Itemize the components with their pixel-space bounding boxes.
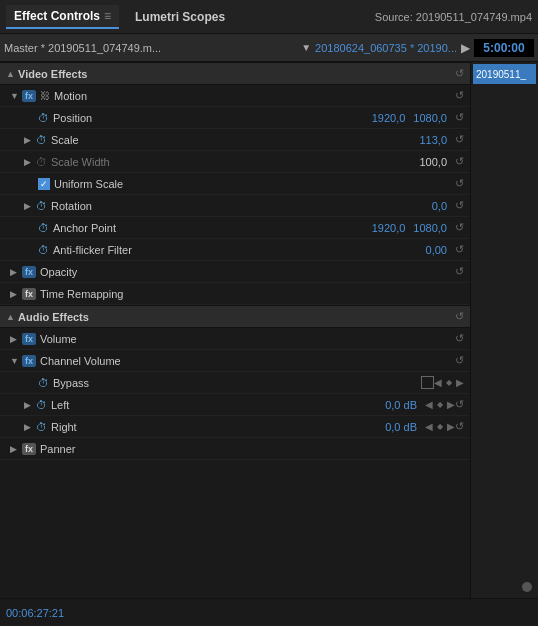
scale-stopwatch[interactable]: ⏱ — [36, 134, 47, 146]
scale-reset[interactable]: ↺ — [455, 133, 464, 146]
bypass-checkbox[interactable] — [421, 376, 434, 389]
rotation-expand[interactable]: ▶ — [24, 201, 32, 211]
scale-expand-arrow[interactable]: ▶ — [24, 135, 32, 145]
left-label: Left — [51, 399, 385, 411]
uniform-scale-checkbox-area: ✓ Uniform Scale — [38, 178, 455, 190]
motion-label: Motion — [54, 90, 455, 102]
left-diamond[interactable]: ◆ — [437, 400, 443, 409]
channel-volume-label: Channel Volume — [40, 355, 455, 367]
anti-flicker-value[interactable]: 0,00 — [426, 244, 447, 256]
main-effects-panel: ▲ Video Effects ↺ ▼ fx ⛓ Motion ↺ ⏱ Posi… — [0, 62, 470, 598]
position-stopwatch[interactable]: ⏱ — [38, 112, 49, 124]
lumetri-label: Lumetri Scopes — [135, 10, 225, 24]
scale-width-reset[interactable]: ↺ — [455, 155, 464, 168]
scale-width-value[interactable]: 100,0 — [419, 156, 447, 168]
channel-volume-fx-badge: fx — [22, 355, 36, 367]
volume-reset[interactable]: ↺ — [455, 332, 464, 345]
anti-flicker-reset[interactable]: ↺ — [455, 243, 464, 256]
position-value1[interactable]: 1920,0 — [372, 112, 406, 124]
anti-flicker-label: Anti-flicker Filter — [53, 244, 426, 256]
left-right-arrow[interactable]: ▶ — [447, 399, 455, 410]
bypass-diamond[interactable]: ◆ — [446, 378, 452, 387]
video-effects-reset[interactable]: ↺ — [455, 67, 464, 80]
right-left-arrow[interactable]: ◀ — [425, 421, 433, 432]
right-expand[interactable]: ▶ — [24, 422, 32, 432]
master-clip-text: Master * 20190511_074749.m... — [4, 42, 297, 54]
timeline-scroll-indicator[interactable] — [522, 582, 532, 592]
rotation-stopwatch[interactable]: ⏱ — [36, 200, 47, 212]
anchor-reset[interactable]: ↺ — [455, 221, 464, 234]
left-stopwatch[interactable]: ⏱ — [36, 399, 47, 411]
anchor-stopwatch[interactable]: ⏱ — [38, 222, 49, 234]
left-left-arrow[interactable]: ◀ — [425, 399, 433, 410]
right-diamond[interactable]: ◆ — [437, 422, 443, 431]
bypass-stopwatch[interactable]: ⏱ — [38, 377, 49, 389]
right-row: ▶ ⏱ Right 0,0 dB ◀ ◆ ▶ ↺ — [0, 416, 470, 438]
scale-width-label: Scale Width — [51, 156, 419, 168]
position-label: Position — [53, 112, 372, 124]
uniform-scale-checkbox[interactable]: ✓ — [38, 178, 50, 190]
bypass-right-arrow[interactable]: ▶ — [456, 377, 464, 388]
rotation-value[interactable]: 0,0 — [432, 200, 447, 212]
left-value[interactable]: 0,0 dB — [385, 399, 417, 411]
content-area: ▲ Video Effects ↺ ▼ fx ⛓ Motion ↺ ⏱ Posi… — [0, 62, 538, 598]
sequence-clip-text[interactable]: 20180624_060735 * 20190... — [315, 42, 457, 54]
motion-fx-badge: fx — [22, 90, 36, 102]
panner-row: ▶ fx Panner — [0, 438, 470, 460]
right-reset[interactable]: ↺ — [455, 420, 464, 433]
time-remap-fx-badge: fx — [22, 288, 36, 300]
scale-width-expand[interactable]: ▶ — [24, 157, 32, 167]
tab-effect-controls[interactable]: Effect Controls ≡ — [6, 5, 119, 29]
rotation-label: Rotation — [51, 200, 432, 212]
panner-expand[interactable]: ▶ — [10, 444, 18, 454]
left-reset[interactable]: ↺ — [455, 398, 464, 411]
tab-lumetri-scopes[interactable]: Lumetri Scopes — [127, 6, 233, 28]
play-arrow[interactable]: ▶ — [461, 41, 470, 55]
right-value[interactable]: 0,0 dB — [385, 421, 417, 433]
panner-fx-badge: fx — [22, 443, 36, 455]
motion-collapse-arrow[interactable]: ▼ — [10, 91, 18, 101]
opacity-reset[interactable]: ↺ — [455, 265, 464, 278]
anti-flicker-stopwatch[interactable]: ⏱ — [38, 244, 49, 256]
audio-effects-reset[interactable]: ↺ — [455, 310, 464, 323]
video-effects-label: Video Effects — [18, 68, 455, 80]
channel-volume-collapse[interactable]: ▼ — [10, 356, 18, 366]
anchor-label: Anchor Point — [53, 222, 372, 234]
right-right-arrow[interactable]: ▶ — [447, 421, 455, 432]
left-channel-controls: ◀ ◆ ▶ — [425, 399, 455, 410]
bypass-left-arrow[interactable]: ◀ — [434, 377, 442, 388]
empty-space — [0, 460, 470, 520]
right-channel-controls: ◀ ◆ ▶ — [425, 421, 455, 432]
anchor-value2[interactable]: 1080,0 — [413, 222, 447, 234]
volume-fx-badge: fx — [22, 333, 36, 345]
motion-reset[interactable]: ↺ — [455, 89, 464, 102]
scale-width-stopwatch: ⏱ — [36, 156, 47, 168]
position-value2[interactable]: 1080,0 — [413, 112, 447, 124]
volume-expand[interactable]: ▶ — [10, 334, 18, 344]
scale-value[interactable]: 113,0 — [419, 134, 447, 146]
channel-volume-row: ▼ fx Channel Volume ↺ — [0, 350, 470, 372]
timecode-display: 5:00:00 — [474, 39, 534, 57]
opacity-expand[interactable]: ▶ — [10, 267, 18, 277]
uniform-scale-reset[interactable]: ↺ — [455, 177, 464, 190]
left-row: ▶ ⏱ Left 0,0 dB ◀ ◆ ▶ ↺ — [0, 394, 470, 416]
scale-label: Scale — [51, 134, 419, 146]
position-row: ⏱ Position 1920,0 1080,0 ↺ — [0, 107, 470, 129]
video-effects-collapse-arrow[interactable]: ▲ — [6, 69, 14, 79]
bypass-channel-controls: ◀ ◆ ▶ — [434, 377, 464, 388]
audio-effects-collapse-arrow[interactable]: ▲ — [6, 312, 14, 322]
subheader-arrow: ▼ — [301, 42, 311, 53]
position-reset[interactable]: ↺ — [455, 111, 464, 124]
effect-controls-label: Effect Controls — [14, 9, 100, 23]
anchor-value1[interactable]: 1920,0 — [372, 222, 406, 234]
motion-group-row: ▼ fx ⛓ Motion ↺ — [0, 85, 470, 107]
time-remap-expand[interactable]: ▶ — [10, 289, 18, 299]
panner-label: Panner — [40, 443, 464, 455]
left-expand[interactable]: ▶ — [24, 400, 32, 410]
time-remapping-row: ▶ fx Time Remapping — [0, 283, 470, 305]
volume-label: Volume — [40, 333, 455, 345]
channel-volume-reset[interactable]: ↺ — [455, 354, 464, 367]
right-stopwatch[interactable]: ⏱ — [36, 421, 47, 433]
menu-icon[interactable]: ≡ — [104, 9, 111, 23]
rotation-reset[interactable]: ↺ — [455, 199, 464, 212]
